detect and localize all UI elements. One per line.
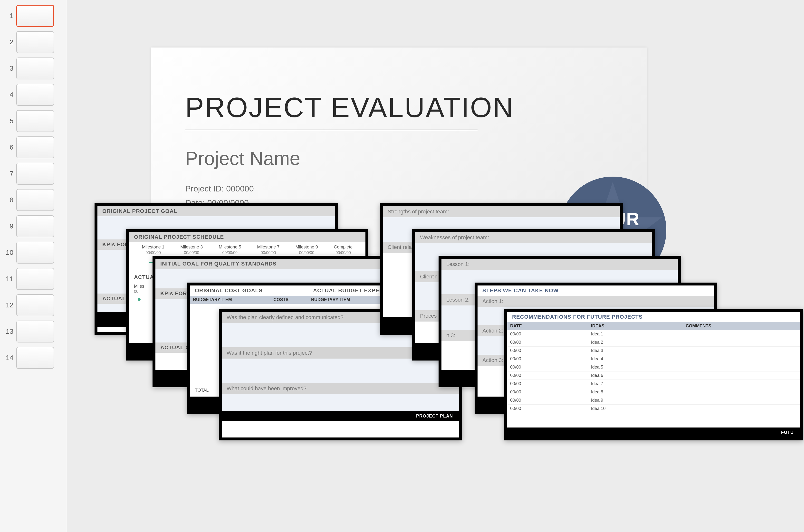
card1-h1: ORIGINAL PROJECT GOAL xyxy=(97,206,335,216)
slide-thumbnail-7[interactable]: 7 xyxy=(5,163,62,185)
table-row: 00/00Idea 4 xyxy=(507,355,800,363)
table-row: 00/00Idea 2 xyxy=(507,338,800,347)
card9-a1: Action 1: xyxy=(478,296,714,307)
slide-thumbnail-6[interactable]: 6 xyxy=(5,136,62,158)
table-row: 00/00Idea 9 xyxy=(507,396,800,405)
slide-thumbnail-9[interactable]: 9 xyxy=(5,215,62,237)
slide-thumbnail-13[interactable]: 13 xyxy=(5,321,62,342)
slide-thumbnail-8[interactable]: 8 xyxy=(5,189,62,211)
card7-l1: Weaknesses of project team: xyxy=(415,232,652,243)
slide-thumbnail-1[interactable]: 1 xyxy=(5,5,62,27)
slide-thumbnail-3[interactable]: 3 xyxy=(5,57,62,79)
slide-thumbnail-4[interactable]: 4 xyxy=(5,84,62,106)
card5-q3: What could have been improved? xyxy=(222,383,459,394)
milestone-row: Milestone 100/00/00Milestone 300/00/00Mi… xyxy=(129,242,366,258)
table-row: 00/00Idea 3 xyxy=(507,347,800,355)
table-row: 00/00Idea 8 xyxy=(507,388,800,396)
project-name: Project Name xyxy=(185,147,622,170)
card10-footer: FUTU xyxy=(507,428,800,437)
slide-thumbnail-14[interactable]: 14 xyxy=(5,347,62,369)
card4-total: TOTAL xyxy=(195,388,209,393)
slide-thumbnail-5[interactable]: 5 xyxy=(5,110,62,132)
slide-thumbnail-2[interactable]: 2 xyxy=(5,31,62,53)
card6-l1: Strengths of project team: xyxy=(383,206,620,217)
slide-title: PROJECT EVALUATION xyxy=(185,91,622,124)
table-row: 00/00Idea 6 xyxy=(507,372,800,380)
slide-panel: 1234567891011121314 xyxy=(0,0,67,532)
card9-h1: STEPS WE CAN TAKE NOW xyxy=(478,285,714,296)
slide-thumbnail-11[interactable]: 11 xyxy=(5,268,62,290)
slide-thumbnail-12[interactable]: 12 xyxy=(5,294,62,316)
card-recommendations[interactable]: RECOMMENDATIONS FOR FUTURE PROJECTS DATE… xyxy=(504,309,803,440)
card2-h1: ORIGINAL PROJECT SCHEDULE xyxy=(129,232,366,242)
table-row: 00/00Idea 5 xyxy=(507,363,800,372)
slide-thumbnail-10[interactable]: 10 xyxy=(5,242,62,264)
table-row: 00/00Idea 10 xyxy=(507,405,800,413)
card8-l1: Lesson 1: xyxy=(442,259,678,270)
project-id: Project ID: 000000 xyxy=(185,182,622,196)
table-row: 00/00Idea 7 xyxy=(507,380,800,388)
card3-h1: INITIAL GOAL FOR QUALITY STANDARDS xyxy=(155,259,393,269)
recommendations-table: DATEIDEASCOMMENTS00/00Idea 100/00Idea 20… xyxy=(507,322,800,413)
card10-h1: RECOMMENDATIONS FOR FUTURE PROJECTS xyxy=(507,312,800,322)
card4-h1: ORIGINAL COST GOALS xyxy=(190,285,308,296)
title-divider xyxy=(185,130,478,130)
card5-footer: PROJECT PLAN xyxy=(222,411,459,421)
table-row: 00/00Idea 1 xyxy=(507,330,800,338)
